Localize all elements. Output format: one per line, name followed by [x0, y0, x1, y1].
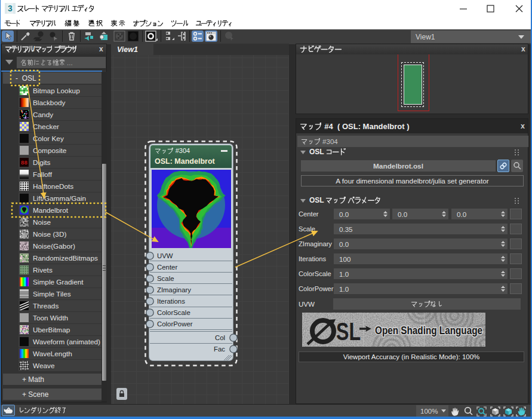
svg-text:3: 3 [8, 4, 13, 13]
svg-text:Open Shading Language: Open Shading Language [375, 324, 482, 337]
svg-text:SL: SL [336, 317, 361, 345]
svg-text:88: 88 [21, 160, 27, 166]
